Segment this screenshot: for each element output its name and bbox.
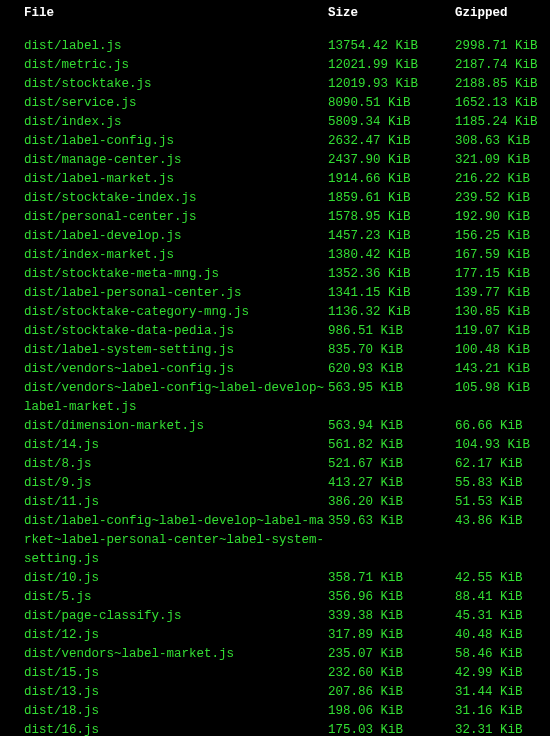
cell-file: dist/18.js [8,702,328,721]
cell-size: 1859.61 KiB [328,189,455,208]
table-row: dist/service.js8090.51 KiB1652.13 KiB [8,94,542,113]
table-row: dist/18.js198.06 KiB31.16 KiB [8,702,542,721]
cell-size: 358.71 KiB [328,569,455,588]
cell-gzipped: 1185.24 KiB [455,113,550,132]
cell-size: 1136.32 KiB [328,303,455,322]
cell-file: dist/index-market.js [8,246,328,265]
cell-file: dist/stocktake-category-mng.js [8,303,328,322]
cell-gzipped: 156.25 KiB [455,227,550,246]
table-body: dist/label.js13754.42 KiB2998.71 KiBdist… [8,37,542,736]
cell-file: dist/label-config~label-develop~label-ma… [8,512,328,569]
table-row: dist/dimension-market.js563.94 KiB66.66 … [8,417,542,436]
cell-size: 413.27 KiB [328,474,455,493]
cell-gzipped: 55.83 KiB [455,474,550,493]
cell-file: dist/service.js [8,94,328,113]
table-row: dist/stocktake-data-pedia.js986.51 KiB11… [8,322,542,341]
cell-size: 8090.51 KiB [328,94,455,113]
cell-gzipped: 321.09 KiB [455,151,550,170]
cell-file: dist/dimension-market.js [8,417,328,436]
cell-file: dist/12.js [8,626,328,645]
table-row: dist/8.js521.67 KiB62.17 KiB [8,455,542,474]
cell-gzipped: 104.93 KiB [455,436,550,455]
table-row: dist/label-config.js2632.47 KiB308.63 Ki… [8,132,542,151]
table-row: dist/vendors~label-config~label-develop~… [8,379,542,417]
cell-size: 232.60 KiB [328,664,455,683]
table-row: dist/15.js232.60 KiB42.99 KiB [8,664,542,683]
cell-file: dist/label-personal-center.js [8,284,328,303]
cell-gzipped: 32.31 KiB [455,721,550,736]
cell-size: 521.67 KiB [328,455,455,474]
build-output-table: File Size Gzipped dist/label.js13754.42 … [8,4,542,736]
cell-file: dist/9.js [8,474,328,493]
cell-size: 386.20 KiB [328,493,455,512]
cell-file: dist/11.js [8,493,328,512]
cell-gzipped: 58.46 KiB [455,645,550,664]
cell-size: 339.38 KiB [328,607,455,626]
cell-size: 620.93 KiB [328,360,455,379]
cell-gzipped: 1652.13 KiB [455,94,550,113]
table-row: dist/label-system-setting.js835.70 KiB10… [8,341,542,360]
cell-gzipped: 100.48 KiB [455,341,550,360]
table-row: dist/10.js358.71 KiB42.55 KiB [8,569,542,588]
cell-file: dist/label-market.js [8,170,328,189]
table-row: dist/label-develop.js1457.23 KiB156.25 K… [8,227,542,246]
cell-size: 359.63 KiB [328,512,455,569]
cell-file: dist/label-config.js [8,132,328,151]
cell-gzipped: 105.98 KiB [455,379,550,417]
table-header-row: File Size Gzipped [8,4,542,23]
cell-gzipped: 192.90 KiB [455,208,550,227]
table-row: dist/label-personal-center.js1341.15 KiB… [8,284,542,303]
table-row: dist/5.js356.96 KiB88.41 KiB [8,588,542,607]
cell-gzipped: 177.15 KiB [455,265,550,284]
cell-file: dist/15.js [8,664,328,683]
cell-file: dist/13.js [8,683,328,702]
table-row: dist/9.js413.27 KiB55.83 KiB [8,474,542,493]
cell-file: dist/stocktake-meta-mng.js [8,265,328,284]
cell-size: 563.95 KiB [328,379,455,417]
cell-size: 12019.93 KiB [328,75,455,94]
table-row: dist/personal-center.js1578.95 KiB192.90… [8,208,542,227]
table-row: dist/stocktake.js12019.93 KiB2188.85 KiB [8,75,542,94]
cell-gzipped: 130.85 KiB [455,303,550,322]
cell-size: 1352.36 KiB [328,265,455,284]
cell-gzipped: 143.21 KiB [455,360,550,379]
cell-gzipped: 119.07 KiB [455,322,550,341]
cell-size: 563.94 KiB [328,417,455,436]
table-row: dist/label.js13754.42 KiB2998.71 KiB [8,37,542,56]
table-row: dist/14.js561.82 KiB104.93 KiB [8,436,542,455]
cell-size: 561.82 KiB [328,436,455,455]
cell-gzipped: 66.66 KiB [455,417,550,436]
table-row: dist/11.js386.20 KiB51.53 KiB [8,493,542,512]
cell-gzipped: 42.99 KiB [455,664,550,683]
header-size: Size [328,4,455,23]
table-row: dist/label-market.js1914.66 KiB216.22 Ki… [8,170,542,189]
table-row: dist/index.js5809.34 KiB1185.24 KiB [8,113,542,132]
cell-file: dist/8.js [8,455,328,474]
table-row: dist/page-classify.js339.38 KiB45.31 KiB [8,607,542,626]
cell-file: dist/page-classify.js [8,607,328,626]
table-row: dist/label-config~label-develop~label-ma… [8,512,542,569]
table-row: dist/manage-center.js2437.90 KiB321.09 K… [8,151,542,170]
cell-size: 2632.47 KiB [328,132,455,151]
cell-gzipped: 43.86 KiB [455,512,550,569]
table-row: dist/stocktake-category-mng.js1136.32 Ki… [8,303,542,322]
table-row: dist/metric.js12021.99 KiB2187.74 KiB [8,56,542,75]
cell-size: 1457.23 KiB [328,227,455,246]
cell-gzipped: 308.63 KiB [455,132,550,151]
cell-gzipped: 2188.85 KiB [455,75,550,94]
cell-file: dist/stocktake-data-pedia.js [8,322,328,341]
table-row: dist/index-market.js1380.42 KiB167.59 Ki… [8,246,542,265]
cell-size: 198.06 KiB [328,702,455,721]
cell-file: dist/5.js [8,588,328,607]
cell-file: dist/label-system-setting.js [8,341,328,360]
cell-gzipped: 2187.74 KiB [455,56,550,75]
header-file: File [8,4,328,23]
cell-size: 1914.66 KiB [328,170,455,189]
cell-file: dist/stocktake.js [8,75,328,94]
table-row: dist/stocktake-meta-mng.js1352.36 KiB177… [8,265,542,284]
cell-file: dist/metric.js [8,56,328,75]
cell-gzipped: 239.52 KiB [455,189,550,208]
cell-gzipped: 31.16 KiB [455,702,550,721]
cell-file: dist/manage-center.js [8,151,328,170]
cell-file: dist/personal-center.js [8,208,328,227]
